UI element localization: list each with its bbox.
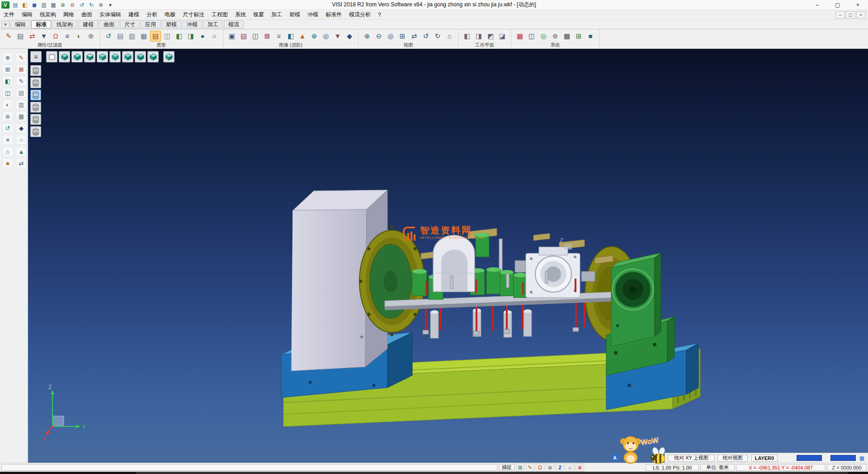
image-list-icon[interactable] <box>274 31 284 42</box>
home-icon[interactable] <box>2 147 13 156</box>
menu-solid-edit[interactable]: 实体编辑 <box>96 10 125 19</box>
home-view-icon[interactable] <box>444 31 455 42</box>
tab-dropdown-caret[interactable]: ▼ <box>1 21 9 28</box>
filter-down-icon[interactable] <box>38 31 49 42</box>
menu-wireframe[interactable]: 线架构 <box>36 10 60 19</box>
layer-field[interactable]: LAYER0 <box>751 455 778 462</box>
front-view-cube-icon[interactable] <box>71 51 83 62</box>
maximize-button[interactable]: ▢ <box>827 0 848 9</box>
page-icon[interactable] <box>16 88 27 98</box>
export-icon[interactable] <box>68 1 77 9</box>
image-panel-icon[interactable] <box>250 31 261 42</box>
half-shade-icon[interactable] <box>2 100 13 109</box>
undo-icon[interactable] <box>77 1 86 9</box>
minimize-button[interactable]: – <box>807 0 827 9</box>
menu-edit[interactable]: 编辑 <box>18 10 36 19</box>
grid-snap-icon[interactable] <box>2 64 13 74</box>
tab-dimension[interactable]: 尺寸 <box>120 20 140 28</box>
wireframe-mode-icon[interactable] <box>209 31 220 42</box>
image-add-icon[interactable] <box>309 31 320 42</box>
section-cylinder-2-icon[interactable] <box>30 77 41 88</box>
view-count-icon[interactable] <box>556 464 564 472</box>
grid-plus-icon[interactable] <box>573 31 584 42</box>
image-delete-icon[interactable] <box>262 31 273 42</box>
tab-surface[interactable]: 曲面 <box>99 20 119 28</box>
graphics-page-1-icon[interactable] <box>115 31 126 42</box>
snap-toggle[interactable]: 捕捉 <box>499 464 514 471</box>
rotate-right-icon[interactable] <box>432 31 443 42</box>
magnet-filter-icon[interactable] <box>50 31 61 42</box>
attribute-brush-icon[interactable] <box>15 31 26 42</box>
child-restore-button[interactable]: ▢ <box>846 11 855 19</box>
solid-left-icon[interactable] <box>174 31 184 42</box>
save-all-icon[interactable] <box>39 1 48 9</box>
rotate-left-icon[interactable] <box>420 31 431 42</box>
tailstock-pillar[interactable] <box>606 253 675 375</box>
section-cylinder-5-icon[interactable] <box>30 114 41 125</box>
image-gem-icon[interactable] <box>344 31 355 42</box>
circle-icon[interactable] <box>16 135 27 145</box>
grid-page-icon[interactable] <box>16 111 27 121</box>
menu-analysis[interactable]: 分析 <box>143 10 161 19</box>
tab-standard[interactable]: 标准 <box>31 20 51 28</box>
tab-apply[interactable]: 应用 <box>141 20 160 28</box>
star-icon[interactable] <box>2 158 13 168</box>
viewport-3d[interactable]: Z Z Y X ≡ <box>28 49 868 463</box>
filter-settings-icon[interactable] <box>85 31 96 42</box>
top-view-cube-icon[interactable] <box>84 51 95 62</box>
tab-progress[interactable]: 冲模 <box>182 20 202 28</box>
system-panel-icon[interactable] <box>526 31 537 42</box>
tab-mould[interactable]: 塑模 <box>161 20 181 28</box>
view-grid-icon[interactable] <box>397 31 408 42</box>
workplane-left-icon[interactable] <box>462 31 472 42</box>
section-cylinder-1-icon[interactable] <box>30 65 41 76</box>
tab-wireframe[interactable]: 线架构 <box>52 20 77 28</box>
image-page-icon[interactable] <box>238 31 249 42</box>
redo-icon[interactable] <box>87 1 96 9</box>
menu-dimension[interactable]: 尺寸标注 <box>179 10 208 19</box>
section-cylinder-3-icon[interactable] <box>30 90 41 100</box>
filter-list-icon[interactable] <box>62 31 73 42</box>
gear-icon[interactable] <box>2 111 13 121</box>
left-view-cube-icon[interactable] <box>109 51 121 62</box>
menu-mesh[interactable]: 网格 <box>60 10 78 19</box>
image-down-icon[interactable] <box>332 31 343 42</box>
sketch-icon[interactable] <box>16 76 27 86</box>
menu-surface[interactable]: 曲面 <box>78 10 96 19</box>
menu-drawing[interactable]: 工程图 <box>208 10 231 19</box>
menu-system[interactable]: 系统 <box>231 10 250 19</box>
home-view-icon[interactable] <box>566 464 574 472</box>
tab-machining[interactable]: 加工 <box>203 20 223 28</box>
modify-attributes-icon[interactable] <box>3 31 14 42</box>
new-document-icon[interactable] <box>11 1 20 9</box>
tab-modeling[interactable]: 建模 <box>78 20 98 28</box>
child-minimize-button[interactable]: — <box>835 11 845 19</box>
undo-history-icon[interactable] <box>2 123 13 133</box>
panel-icon[interactable] <box>2 88 13 98</box>
bottom-view-cube-icon[interactable] <box>135 51 146 62</box>
absolute-view-field[interactable]: 绝对视图 <box>717 455 748 462</box>
shaded-mode-icon[interactable] <box>197 31 208 42</box>
menu-help[interactable]: ? <box>374 11 385 19</box>
menu-modeling[interactable]: 建模 <box>125 10 143 19</box>
section-cylinder-4-icon[interactable] <box>30 102 41 113</box>
menu-flow-analysis[interactable]: 模流分析 <box>345 10 374 19</box>
open-file-icon[interactable] <box>20 1 29 9</box>
view-menu-icon[interactable]: ≡ <box>30 51 42 62</box>
solid-right-icon[interactable] <box>185 31 196 42</box>
system-gear-icon[interactable] <box>550 31 561 42</box>
image-record-icon[interactable] <box>321 31 331 42</box>
grid-toggle-icon[interactable] <box>516 464 524 472</box>
swap-filter-icon[interactable] <box>27 31 38 42</box>
menu-machining[interactable]: 加工 <box>268 10 286 19</box>
graphics-page-3-icon[interactable] <box>138 31 149 42</box>
solid-box-icon[interactable] <box>585 31 596 42</box>
menu-file[interactable]: 文件 <box>0 10 18 19</box>
graphics-panel-icon[interactable] <box>162 31 173 42</box>
close-button[interactable]: × <box>848 0 868 9</box>
graphics-page-2-icon[interactable] <box>127 31 137 42</box>
menu-standard-parts[interactable]: 标准件 <box>322 10 345 19</box>
tab-edit[interactable]: 编辑 <box>10 20 30 28</box>
hatch-icon[interactable] <box>561 31 572 42</box>
image-frame-icon[interactable] <box>226 31 237 42</box>
